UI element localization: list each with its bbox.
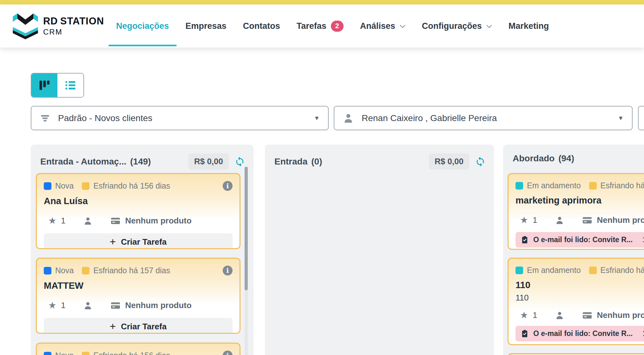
clipboard-check-icon — [521, 236, 529, 244]
funnel-filter-icon — [40, 113, 50, 124]
status-chip: Nova — [44, 181, 74, 190]
product-card-icon — [582, 216, 592, 225]
deal-card[interactable]: Nova Esfriando há 156 dias i Ana Luísa ★… — [36, 173, 240, 249]
contact-person-icon — [555, 311, 564, 320]
contact-person-icon — [83, 216, 93, 226]
aging-chip: Esfriando há 156 dias — [82, 181, 170, 190]
status-chip: Em andamento — [516, 181, 581, 190]
column-scrollbar-track[interactable] — [245, 167, 248, 355]
status-chip: Nova — [44, 351, 74, 355]
card-tags: Nova Esfriando há 156 dias i — [44, 351, 233, 355]
deal-card[interactable]: Em andamento Esfriando há 157 marketing … — [508, 173, 644, 250]
column-amount-badge: R$ 0,00 — [188, 153, 229, 170]
brand-station: STATION — [60, 16, 104, 27]
deal-subtitle: 110 — [516, 293, 644, 303]
aging-swatch — [589, 267, 597, 274]
aging-chip: Esfriando há 157 dias — [82, 266, 170, 275]
nav-empresas[interactable]: Empresas — [186, 4, 227, 48]
column-abordado: Abordado (94) Em andamento Esfriando há … — [503, 145, 644, 355]
rd-station-logo[interactable]: RDSTATION CRM — [13, 13, 104, 39]
deal-title[interactable]: Ana Luísa — [44, 196, 233, 206]
dropdown-caret-icon: ▼ — [314, 115, 320, 122]
product-card-icon — [110, 301, 121, 310]
card-tags: Nova Esfriando há 156 dias i — [44, 181, 233, 191]
column-entrada: Entrada (0) R$ 0,00 — [265, 145, 494, 355]
nav-configuracoes[interactable]: Configurações — [422, 4, 492, 48]
aging-swatch — [82, 182, 89, 190]
criar-tarefa-button[interactable]: + Criar Tarefa — [44, 233, 233, 249]
info-icon[interactable]: i — [223, 181, 233, 191]
deal-rating: 1 — [61, 216, 65, 226]
info-icon[interactable]: i — [223, 266, 233, 275]
email-read-alert[interactable]: O e-mail foi lido: Convite R... 13/0 — [516, 326, 644, 341]
owner-filter-select[interactable]: Renan Caixeiro , Gabrielle Pereira ▼ — [334, 106, 633, 130]
brand-crm: CRM — [43, 28, 104, 36]
deal-meta: ★ 1 Nenhum produto — [44, 300, 233, 310]
criar-tarefa-button[interactable]: + Criar Tarefa — [44, 318, 233, 334]
nav-negociacoes[interactable]: Negociações — [116, 4, 169, 48]
star-icon: ★ — [48, 301, 56, 310]
refresh-icon — [475, 156, 486, 167]
contact-person-icon — [555, 216, 564, 225]
deal-card[interactable]: Nova Esfriando há 156 dias i — [36, 343, 240, 355]
brand-rd: RD — [43, 16, 58, 27]
product-label: Nenhum produto — [125, 300, 191, 310]
dropdown-caret-icon: ▼ — [618, 115, 624, 122]
alert-date: 13/0 — [643, 329, 644, 338]
email-read-alert[interactable]: O e-mail foi lido: Convite R... 12/0 — [516, 232, 644, 248]
deal-rating: 1 — [533, 215, 537, 225]
aging-chip: Esfriando há 157 — [589, 181, 644, 190]
aging-swatch — [82, 352, 89, 355]
deal-card[interactable]: Em andamento Esfriando há 157 110 110 ★ … — [508, 258, 644, 345]
plus-icon: + — [110, 321, 116, 332]
deal-title[interactable]: MATTEW — [44, 281, 233, 291]
refresh-button[interactable] — [475, 156, 486, 167]
deal-title[interactable]: marketing aprimora — [516, 195, 644, 206]
card-tags: Nova Esfriando há 157 dias i — [44, 266, 233, 275]
nav-tarefas[interactable]: Tarefas 2 — [297, 4, 344, 48]
main-nav: Negociações Empresas Contatos Tarefas 2 … — [116, 4, 549, 48]
nav-analises[interactable]: Análises — [360, 4, 405, 48]
refresh-button[interactable] — [234, 156, 245, 167]
pipeline-filter-value: Padrão - Novos clientes — [58, 113, 308, 123]
deal-card[interactable] — [508, 353, 644, 355]
pipeline-filter-select[interactable]: Padrão - Novos clientes ▼ — [31, 106, 329, 130]
deal-meta: ★ 1 Nenhum produto — [516, 215, 644, 225]
column-amount-badge: R$ 0,00 — [429, 153, 469, 170]
column-header: Entrada (0) R$ 0,00 — [265, 145, 494, 173]
star-icon: ★ — [520, 216, 528, 225]
alert-date: 12/0 — [643, 236, 644, 244]
column-title: Abordado — [513, 153, 555, 164]
tarefas-count-badge: 2 — [331, 21, 344, 32]
column-header: Entrada - Automaç... (149) R$ 0,00 — [31, 145, 253, 173]
top-accent-bar — [0, 0, 644, 4]
list-view-button[interactable] — [57, 74, 83, 97]
extra-filter-select[interactable] — [638, 106, 644, 130]
chevron-down-icon — [400, 25, 405, 29]
status-swatch — [44, 267, 51, 274]
aging-swatch — [82, 267, 89, 274]
product-label: Nenhum produto — [125, 216, 191, 226]
star-icon: ★ — [520, 311, 528, 320]
alert-text: O e-mail foi lido: Convite R... — [533, 236, 633, 244]
deal-rating: 1 — [533, 310, 537, 320]
column-header: Abordado (94) — [503, 145, 644, 167]
view-toggle — [31, 73, 84, 98]
nav-marketing[interactable]: Marketing — [509, 4, 549, 48]
nav-contatos[interactable]: Contatos — [243, 4, 280, 48]
rd-station-logo-icon — [13, 13, 38, 39]
status-chip: Nova — [44, 266, 74, 275]
deal-card[interactable]: Nova Esfriando há 157 dias i MATTEW ★ 1 … — [36, 258, 240, 334]
status-chip: Em andamento — [516, 266, 581, 275]
column-scrollbar-thumb[interactable] — [245, 167, 248, 290]
app-header: RDSTATION CRM Negociações Empresas Conta… — [0, 4, 644, 48]
person-icon — [343, 113, 354, 124]
deal-title[interactable]: 110 — [516, 280, 644, 290]
status-swatch — [44, 182, 51, 190]
info-icon[interactable]: i — [223, 351, 233, 355]
deal-rating: 1 — [61, 300, 65, 310]
kanban-view-button[interactable] — [31, 74, 57, 97]
product-label: Nenhum produto — [597, 310, 644, 320]
plus-icon: + — [110, 236, 116, 247]
column-count: (94) — [558, 153, 574, 164]
